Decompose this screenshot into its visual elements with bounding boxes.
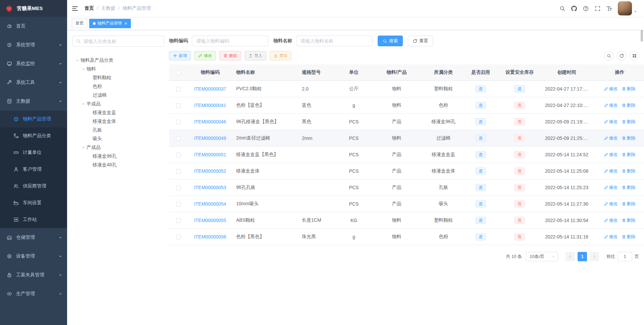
reset-button[interactable]: 重置 <box>408 36 433 46</box>
tree-caret-icon[interactable] <box>80 68 87 71</box>
user-menu[interactable] <box>615 1 641 15</box>
edit-button[interactable]: 修改 <box>194 51 216 60</box>
row-checkbox[interactable] <box>176 169 181 174</box>
sidebar-item-workshop-settings[interactable]: 车间设置 <box>0 195 67 211</box>
material-code-input[interactable] <box>192 36 268 46</box>
tree-node[interactable]: 物料及产品分类 <box>72 56 164 65</box>
row-edit-button[interactable]: 修改 <box>604 168 618 174</box>
prev-page-button[interactable] <box>566 252 575 261</box>
row-edit-button[interactable]: 修改 <box>604 86 618 92</box>
toggle-search-button[interactable] <box>604 51 613 60</box>
row-delete-button[interactable]: 删除 <box>622 135 636 141</box>
material-code-link[interactable]: ITEM00000054 <box>194 201 226 207</box>
row-delete-button[interactable]: 删除 <box>622 234 636 240</box>
row-delete-button[interactable]: 删除 <box>622 86 636 92</box>
breadcrumb-item[interactable]: 首页 <box>85 5 94 11</box>
material-name-input[interactable] <box>296 36 373 46</box>
row-delete-button[interactable]: 删除 <box>622 119 636 125</box>
tree-caret-icon[interactable] <box>80 146 87 149</box>
row-checkbox[interactable] <box>176 185 181 190</box>
row-edit-button[interactable]: 修改 <box>604 152 618 158</box>
sidebar-item-system-management[interactable]: 系统管理 <box>0 36 67 54</box>
tree-node[interactable]: 产成品 <box>72 143 164 152</box>
sidebar-item-fixture-management[interactable]: 工装夹具管理 <box>0 266 67 284</box>
row-edit-button[interactable]: 修改 <box>604 119 618 125</box>
tree-node[interactable]: 移液盒盒体 <box>72 117 164 126</box>
tree-node[interactable]: 塑料颗粒 <box>72 73 164 82</box>
sidebar-item-equipment-management[interactable]: 设备管理 <box>0 247 67 266</box>
row-delete-button[interactable]: 删除 <box>622 152 636 158</box>
tree-node[interactable]: 物料 <box>72 65 164 73</box>
row-checkbox[interactable] <box>176 103 181 108</box>
row-checkbox[interactable] <box>176 202 181 207</box>
sidebar-item-supplier-management[interactable]: 供应商管理 <box>0 178 67 195</box>
next-page-button[interactable] <box>590 252 599 261</box>
row-edit-button[interactable]: 修改 <box>604 234 618 240</box>
row-delete-button[interactable]: 删除 <box>622 168 636 174</box>
select-all-checkbox[interactable] <box>176 70 181 75</box>
github-button[interactable] <box>568 0 580 17</box>
row-edit-button[interactable]: 修改 <box>604 184 618 191</box>
font-size-button[interactable] <box>603 0 615 17</box>
add-button[interactable]: 新增 <box>169 51 191 60</box>
tree-node[interactable]: 吸头 <box>72 134 164 143</box>
tree-node[interactable]: 孔板 <box>72 126 164 134</box>
app-logo[interactable]: 苦糖果MES <box>0 0 67 17</box>
sidebar-item-warehouse-management[interactable]: 仓储管理 <box>0 228 67 247</box>
row-checkbox[interactable] <box>176 136 181 141</box>
search-button[interactable]: 搜索 <box>378 36 403 46</box>
row-delete-button[interactable]: 删除 <box>622 184 636 191</box>
tab-material-product-management[interactable]: 物料产品管理× <box>89 19 131 28</box>
row-delete-button[interactable]: 删除 <box>622 102 636 108</box>
export-button[interactable]: 导出 <box>270 51 291 60</box>
material-code-link[interactable]: ITEM00000046 <box>194 119 226 124</box>
avatar[interactable] <box>618 1 632 15</box>
page-number-1[interactable]: 1 <box>578 252 587 261</box>
row-delete-button[interactable]: 删除 <box>622 217 636 223</box>
import-button[interactable]: 导入 <box>245 51 266 60</box>
material-code-link[interactable]: ITEM00000037 <box>194 86 226 92</box>
tree-caret-icon[interactable] <box>74 59 80 62</box>
row-edit-button[interactable]: 修改 <box>604 217 618 223</box>
row-checkbox[interactable] <box>176 87 181 92</box>
row-checkbox[interactable] <box>176 153 181 157</box>
tree-caret-icon[interactable] <box>80 103 87 106</box>
fullscreen-button[interactable] <box>592 0 603 17</box>
tree-node[interactable]: 移液盒48孔 <box>72 161 164 169</box>
tree-node[interactable]: 半成品 <box>72 100 164 108</box>
material-code-link[interactable]: ITEM00000041 <box>194 103 226 108</box>
sidebar-item-workstation[interactable]: 工作站 <box>0 211 67 228</box>
material-code-link[interactable]: ITEM00000051 <box>194 152 226 157</box>
tree-node[interactable]: 移液盒96孔 <box>72 152 164 161</box>
toggle-columns-button[interactable] <box>630 51 639 60</box>
delete-button[interactable]: 删除 <box>219 51 241 60</box>
sidebar-item-material-product-management[interactable]: 物料产品管理 <box>0 111 67 127</box>
sidebar-item-material-product-category[interactable]: 物料产品分类 <box>0 127 67 144</box>
row-edit-button[interactable]: 修改 <box>604 201 618 207</box>
material-code-link[interactable]: ITEM00000056 <box>194 234 226 239</box>
sidebar-item-master-data[interactable]: 主数据 <box>0 92 67 111</box>
refresh-button[interactable] <box>617 51 626 60</box>
category-search-input[interactable] <box>84 39 161 44</box>
close-icon[interactable]: × <box>124 21 127 26</box>
sidebar-item-customer-management[interactable]: 客户管理 <box>0 161 67 178</box>
row-checkbox[interactable] <box>176 235 181 239</box>
page-size-select[interactable]: 10条/页 <box>526 252 558 261</box>
goto-page-input[interactable] <box>618 252 632 261</box>
sidebar-item-measure-unit[interactable]: 计量单位 <box>0 144 67 161</box>
material-code-link[interactable]: ITEM00000049 <box>194 136 226 141</box>
row-edit-button[interactable]: 修改 <box>604 102 618 108</box>
tree-node[interactable]: 色粉 <box>72 82 164 91</box>
tree-node[interactable]: 过滤棉 <box>72 91 164 100</box>
material-code-link[interactable]: ITEM00000052 <box>194 168 226 174</box>
material-code-link[interactable]: ITEM00000055 <box>194 218 226 223</box>
row-checkbox[interactable] <box>176 120 181 124</box>
hamburger-icon[interactable] <box>67 0 83 17</box>
row-checkbox[interactable] <box>176 218 181 223</box>
row-delete-button[interactable]: 删除 <box>622 201 636 207</box>
material-code-link[interactable]: ITEM00000053 <box>194 185 226 190</box>
help-button[interactable] <box>580 0 592 17</box>
sidebar-item-system-tools[interactable]: 系统工具 <box>0 73 67 92</box>
sidebar-item-production-management[interactable]: 生产管理 <box>0 284 67 303</box>
tab-home[interactable]: 首页 <box>72 19 87 28</box>
